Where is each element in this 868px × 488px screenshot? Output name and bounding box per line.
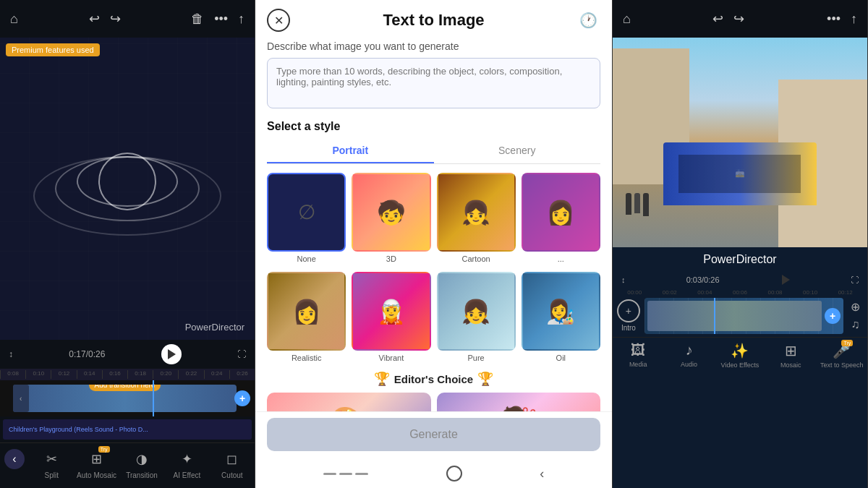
back-arrow-icon: ‹	[4, 449, 25, 469]
panel3-more-icon[interactable]: •••	[827, 12, 841, 27]
editors-choice-header: 🏆 Editor's Choice 🏆	[267, 371, 600, 387]
panel1-watermark: PowerDirector	[185, 322, 244, 333]
media-label: Media	[629, 361, 647, 368]
panel3-share-icon[interactable]: ↑	[851, 12, 857, 27]
style-oil[interactable]: 👩‍🎨 Oil	[522, 272, 600, 362]
style-vibrant[interactable]: 🧝 Vibrant	[352, 272, 430, 362]
style-cartoon-label: Cartoon	[462, 254, 490, 263]
style-3d[interactable]: 🧒 3D	[352, 173, 430, 263]
toolbar-auto-mosaic[interactable]: ⊞ Try Auto Mosaic	[74, 449, 119, 479]
toolbar-transition[interactable]: ◑ Transition	[119, 449, 164, 479]
panel3-icon-2[interactable]: ♫	[851, 318, 860, 331]
intro-button[interactable]: + Intro	[617, 299, 640, 332]
tab-portrait[interactable]: Portrait	[267, 139, 433, 163]
clip-left-handle[interactable]: ‹	[13, 385, 29, 412]
panel3-play-triangle	[782, 275, 790, 285]
panel3-resize-handle[interactable]: ↕	[621, 275, 626, 284]
thumbnail-gradient	[647, 301, 822, 331]
person-3	[643, 193, 649, 216]
style-more[interactable]: 👩 ...	[522, 173, 600, 263]
panel2-topbar: ✕ Text to Image 🕐	[255, 0, 612, 40]
panel-right: ⌂ ↩ ↪ ••• ↑ 🚋 PowerDirector	[613, 0, 868, 488]
playhead	[153, 380, 154, 416]
editor-thumb-1[interactable]: 🎨	[267, 393, 430, 411]
toolbar-split[interactable]: ✂ Split	[29, 449, 74, 479]
video-clip[interactable]: Add transition here	[13, 385, 237, 412]
panel3-icon-1[interactable]: ⊕	[851, 300, 860, 314]
style-grid-2: 👩 Realistic 🧝 Vibrant 👧 Pure	[267, 272, 600, 362]
cutout-icon: ◻	[222, 449, 242, 469]
auto-mosaic-icon-wrap: ⊞ Try	[87, 449, 107, 469]
style-more-thumb: 👩	[522, 173, 600, 252]
nav-home-button[interactable]	[446, 466, 462, 481]
tick-7: 0:22	[178, 370, 203, 379]
panel3-fullscreen-icon[interactable]: ⛶	[851, 275, 859, 284]
add-clip-button[interactable]: +	[234, 390, 250, 406]
add-transition-tooltip: Add transition here	[89, 385, 161, 391]
home-icon[interactable]: ⌂	[10, 12, 18, 27]
style-more-preview: 👩	[523, 174, 599, 250]
panel3-playhead	[714, 298, 715, 334]
style-cartoon[interactable]: 👧 Cartoon	[437, 173, 516, 263]
editor-preview-2: 💇	[437, 393, 600, 411]
mosaic-icon: ⊞	[785, 342, 797, 359]
panel1-toolbar: ‹ ✂ Split ⊞ Try Auto Mosaic ◑ Transition…	[0, 442, 255, 488]
audio-label: Children's Playground (Reels Sound - Pho…	[9, 426, 148, 433]
text-to-speech-label: Text to Speech	[820, 361, 864, 369]
style-realistic[interactable]: 👩 Realistic	[267, 272, 346, 362]
editor-thumb-2[interactable]: 💇	[437, 393, 600, 411]
back-button[interactable]: ‹	[0, 449, 29, 479]
panel3-video-track[interactable]: +	[644, 298, 843, 334]
generate-button[interactable]: Generate	[267, 418, 600, 451]
panel3-play-button[interactable]	[780, 275, 790, 285]
describe-label: Describe what image you want to generate	[267, 40, 600, 52]
history-button[interactable]: 🕐	[577, 9, 600, 32]
redo-icon[interactable]: ↪	[110, 11, 121, 27]
style-none-thumb: ∅	[267, 173, 346, 252]
toolbar-media[interactable]: 🖼 Media	[613, 342, 663, 369]
image-description-input[interactable]	[267, 58, 600, 108]
panel3-right-icons: ••• ↑	[827, 12, 857, 27]
toolbar-text-to-speech[interactable]: 🎤 Try Text to Speech	[817, 342, 867, 369]
timeline-ruler: 0:08 0:10 0:12 0:14 0:16 0:18 0:20 0:22 …	[0, 369, 255, 380]
more-options-icon[interactable]: •••	[214, 12, 228, 27]
tab-scenery[interactable]: Scenery	[434, 139, 600, 163]
undo-icon[interactable]: ↩	[89, 11, 100, 27]
resize-handle[interactable]: ↕	[9, 349, 13, 359]
toolbar-mosaic[interactable]: ⊞ Mosaic	[765, 342, 816, 369]
panel3-center-icons: ↩ ↪	[712, 11, 744, 27]
panel3-side-icons: ⊕ ♫	[848, 297, 863, 334]
play-button[interactable]	[161, 344, 182, 364]
toolbar-cutout[interactable]: ◻ Cutout	[210, 449, 255, 479]
toolbar-ai-effect[interactable]: ✦ AI Effect	[164, 449, 209, 479]
video-timeline-track[interactable]: Add transition here ‹ +	[0, 380, 255, 416]
style-pure-label: Pure	[467, 354, 484, 362]
panel3-redo-icon[interactable]: ↪	[733, 11, 744, 27]
tick-6: 0:20	[153, 370, 178, 379]
p3-tick-3: 00:06	[723, 289, 758, 296]
timeline-area: ↕ 0:17/0:26 ⛶ 0:08 0:10 0:12 0:14 0:16 0…	[0, 340, 255, 442]
style-oil-thumb: 👩‍🎨	[522, 272, 600, 351]
panel3-undo-icon[interactable]: ↩	[712, 11, 723, 27]
play-triangle-icon	[168, 349, 176, 359]
p3-tick-0: 00:00	[617, 289, 652, 296]
nav-pill-2	[339, 473, 352, 475]
p3-tick-1: 00:02	[652, 289, 688, 296]
style-pure[interactable]: 👧 Pure	[437, 272, 516, 362]
audio-track[interactable]: Children's Playground (Reels Sound - Pho…	[3, 419, 252, 440]
panel1-left-icons: ⌂	[10, 12, 18, 27]
try-badge-auto-mosaic: Try	[98, 446, 110, 453]
p3-tick-4: 00:08	[757, 289, 793, 296]
share-icon[interactable]: ↑	[238, 12, 244, 27]
panel3-add-button[interactable]: +	[825, 308, 841, 324]
panel3-home-icon[interactable]: ⌂	[623, 12, 631, 27]
close-button[interactable]: ✕	[267, 9, 290, 32]
toolbar-audio[interactable]: ♪ Audio	[663, 342, 714, 369]
delete-icon[interactable]: 🗑	[191, 12, 204, 27]
style-none[interactable]: ∅ None	[267, 173, 346, 263]
fullscreen-icon[interactable]: ⛶	[237, 349, 246, 359]
nav-back-icon[interactable]: ‹	[540, 466, 544, 481]
toolbar-video-effects[interactable]: ✨ Video Effects	[715, 342, 765, 369]
style-vibrant-thumb: 🧝	[352, 272, 430, 351]
style-more-label: ...	[558, 254, 564, 263]
